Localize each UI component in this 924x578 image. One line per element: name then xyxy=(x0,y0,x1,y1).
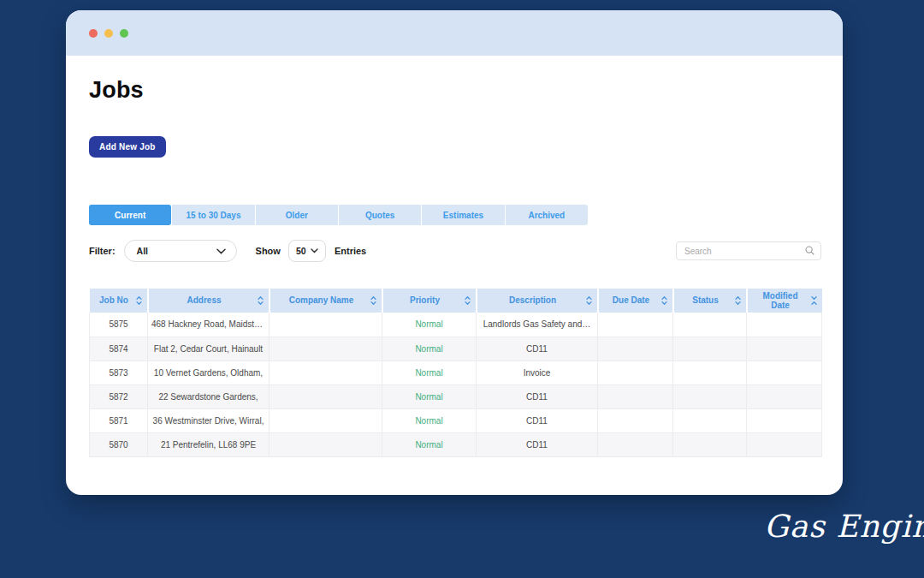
cell-priority: Normal xyxy=(382,313,477,337)
cell-status xyxy=(673,337,747,361)
cell-company xyxy=(270,384,382,408)
column-header-address[interactable]: Address xyxy=(148,289,270,313)
sort-icon xyxy=(465,295,471,307)
column-header-status[interactable]: Status xyxy=(673,289,747,313)
cell-priority: Normal xyxy=(382,337,477,361)
tab-quotes[interactable]: Quotes xyxy=(339,205,421,225)
show-entries-select[interactable]: 50 xyxy=(288,240,326,262)
cell-priority: Normal xyxy=(382,384,477,408)
cell-due-date xyxy=(598,361,673,384)
cell-job-no: 5875 xyxy=(90,313,148,337)
filter-select[interactable]: All xyxy=(124,240,237,262)
gas-engineer-software-logo: Gas Engineer S xyxy=(764,509,924,544)
sort-icon xyxy=(735,295,741,307)
column-label: Modified Date xyxy=(762,291,797,311)
cell-status xyxy=(673,313,747,337)
tab-15-to-30-days[interactable]: 15 to 30 Days xyxy=(172,205,254,225)
show-label: Show xyxy=(256,246,281,256)
cell-modified xyxy=(747,361,822,384)
search-input[interactable] xyxy=(676,241,821,260)
cell-modified xyxy=(747,384,822,408)
cell-modified xyxy=(747,408,822,432)
cell-description: CD11 xyxy=(477,384,598,408)
search-box xyxy=(676,241,821,260)
sort-icon xyxy=(661,295,667,307)
add-new-job-button[interactable]: Add New Job xyxy=(89,136,166,158)
cell-modified xyxy=(747,432,822,456)
tab-archived[interactable]: Archived xyxy=(506,205,588,225)
cell-description: CD11 xyxy=(477,337,598,361)
cell-company xyxy=(270,408,382,432)
page-title: Jobs xyxy=(89,77,821,104)
table-row[interactable]: 587021 Pentrefelin, LL68 9PENormalCD11 xyxy=(90,432,822,456)
sort-icon xyxy=(370,295,376,307)
cell-modified xyxy=(747,337,822,361)
search-icon xyxy=(805,246,814,255)
tab-estimates[interactable]: Estimates xyxy=(422,205,504,225)
sort-icon xyxy=(811,295,817,307)
sort-icon xyxy=(258,295,264,307)
maximize-window-icon[interactable] xyxy=(120,29,128,38)
tab-older[interactable]: Older xyxy=(256,205,338,225)
cell-job-no: 5871 xyxy=(90,408,148,432)
jobs-table: Job NoAddressCompany NamePriorityDescrip… xyxy=(89,289,822,457)
cell-address: Flat 2, Cedar Court, Hainault xyxy=(148,337,270,361)
cell-due-date xyxy=(598,384,673,408)
cell-due-date xyxy=(598,432,673,456)
cell-priority: Normal xyxy=(382,361,477,384)
entries-label: Entries xyxy=(335,246,366,256)
column-label: Job No xyxy=(99,295,128,305)
column-header-job-no[interactable]: Job No xyxy=(90,289,148,313)
show-entries-value: 50 xyxy=(296,246,306,256)
column-header-priority[interactable]: Priority xyxy=(382,289,477,313)
table-row[interactable]: 587222 Sewardstone Gardens,NormalCD11 xyxy=(90,384,822,408)
column-label: Priority xyxy=(410,295,440,305)
column-label: Company Name xyxy=(289,295,354,305)
cell-job-no: 5870 xyxy=(90,432,148,456)
tab-bar: Current15 to 30 DaysOlderQuotesEstimates… xyxy=(89,205,588,225)
cell-modified xyxy=(747,313,822,337)
cell-address: 22 Sewardstone Gardens, xyxy=(148,384,270,408)
table-row[interactable]: 587310 Vernet Gardens, Oldham,NormalInvo… xyxy=(90,361,822,384)
cell-priority: Normal xyxy=(382,432,477,456)
cell-description: Invoice xyxy=(477,361,598,384)
cell-address: 10 Vernet Gardens, Oldham, xyxy=(148,361,270,384)
column-header-modified-date[interactable]: Modified Date xyxy=(747,289,822,313)
cell-company xyxy=(270,337,382,361)
table-body: 5875468 Hackney Road, MaidstoneNormalLan… xyxy=(90,313,822,456)
table-row[interactable]: 5874Flat 2, Cedar Court, HainaultNormalC… xyxy=(90,337,822,361)
filter-label: Filter: xyxy=(89,246,116,256)
app-window: Jobs Add New Job Current15 to 30 DaysOld… xyxy=(66,10,843,495)
cell-address: 468 Hackney Road, Maidstone xyxy=(148,313,270,337)
column-header-description[interactable]: Description xyxy=(477,289,598,313)
chevron-down-icon xyxy=(311,248,318,253)
close-window-icon[interactable] xyxy=(89,29,98,38)
cell-address: 36 Westminster Drive, Wirral, xyxy=(148,408,270,432)
cell-status xyxy=(673,408,747,432)
column-label: Description xyxy=(509,295,556,305)
sort-icon xyxy=(586,295,592,307)
minimize-window-icon[interactable] xyxy=(104,29,113,38)
cell-company xyxy=(270,361,382,384)
table-row[interactable]: 587136 Westminster Drive, Wirral,NormalC… xyxy=(90,408,822,432)
cell-job-no: 5874 xyxy=(90,337,148,361)
cell-job-no: 5873 xyxy=(90,361,148,384)
cell-due-date xyxy=(598,408,673,432)
tab-current[interactable]: Current xyxy=(89,205,171,225)
cell-company xyxy=(270,313,382,337)
cell-priority: Normal xyxy=(382,408,477,432)
chevron-down-icon xyxy=(216,248,226,254)
cell-due-date xyxy=(598,337,673,361)
column-label: Status xyxy=(692,295,719,305)
column-header-due-date[interactable]: Due Date xyxy=(598,289,673,313)
filter-select-value: All xyxy=(137,246,148,256)
table-row[interactable]: 5875468 Hackney Road, MaidstoneNormalLan… xyxy=(90,313,822,337)
window-titlebar xyxy=(66,10,843,56)
column-label: Due Date xyxy=(613,295,649,305)
sort-icon xyxy=(136,295,142,307)
cell-description: CD11 xyxy=(477,432,598,456)
column-header-company-name[interactable]: Company Name xyxy=(270,289,382,313)
cell-description: Landlords Gas Safety and… xyxy=(477,313,598,337)
table-header-row: Job NoAddressCompany NamePriorityDescrip… xyxy=(90,289,822,313)
filter-row: Filter: All Show 50 Entries xyxy=(89,240,821,262)
